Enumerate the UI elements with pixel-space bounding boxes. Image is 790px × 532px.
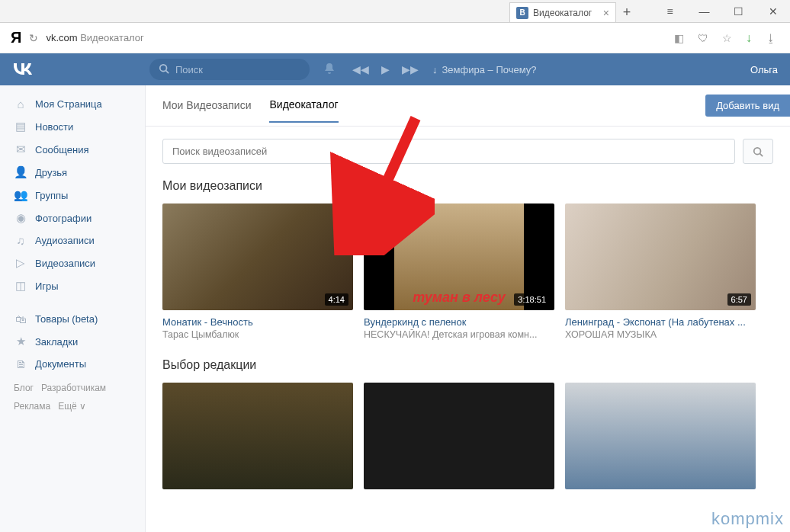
play-icon[interactable]: ▶ [378,63,393,75]
address-bar: Я ↻ vk.com Видеокаталог ◧ 🛡 ☆ ↓ ⭳ [0,23,790,53]
document-icon: 🗎 [14,357,27,370]
sidebar-item-games[interactable]: ◫Игры [6,274,139,297]
sidebar-item-label: Аудиозаписи [35,235,95,246]
video-thumbnail [162,383,353,489]
download-icon[interactable]: ↓ [743,31,755,45]
sidebar-item-label: Игры [35,280,59,292]
music-icon: ♫ [14,234,27,247]
footer-link-more[interactable]: Ещё ∨ [58,401,86,412]
svg-line-1 [166,70,169,73]
bookmark-icon: ★ [14,335,27,348]
sidebar-item-friends[interactable]: 👤Друзья [6,161,139,184]
close-tab-icon[interactable]: × [603,7,609,19]
sidebar-item-label: Документы [35,358,86,370]
shield-icon[interactable]: 🛡 [695,32,711,44]
video-card[interactable] [565,383,756,489]
sidebar-item-label: Видеозаписи [35,258,95,269]
sidebar-item-messages[interactable]: ✉Сообщения [6,138,139,161]
sidebar-item-groups[interactable]: 👥Группы [6,184,139,207]
browser-tab[interactable]: В Видеокаталог × [509,2,616,22]
sidebar-item-goods[interactable]: 🛍Товары (beta) [6,308,139,330]
search-icon [159,63,169,76]
sidebar-item-label: Новости [35,121,73,133]
video-card[interactable]: туман в лесу 3:18:51 Вундеркинд с пелено… [364,204,554,340]
window-close-button[interactable]: ✕ [756,1,790,22]
downloads-list-icon[interactable]: ⭳ [763,32,779,44]
sidebar-item-label: Фотографии [35,213,92,224]
sidebar-item-audio[interactable]: ♫Аудиозаписи [6,229,139,252]
video-grid: 4:14 Монатик - Вечность Тарас Цымбалюк т… [162,204,773,340]
now-playing-title: Земфира – Почему? [442,64,537,75]
games-icon: ◫ [14,279,27,293]
window-maximize-button[interactable]: ☐ [721,1,756,22]
section-editor-choice-title: Выбор редакции [162,358,773,372]
video-thumbnail [565,383,756,489]
sidebar-item-video[interactable]: ▷Видеозаписи [6,252,139,274]
camera-icon: ◉ [14,211,27,225]
video-card[interactable] [364,383,554,489]
sidebar-item-label: Друзья [35,167,67,178]
url-domain: vk.com [46,32,77,43]
video-thumbnail: туман в лесу 3:18:51 [364,204,554,310]
sidebar-item-bookmarks[interactable]: ★Закладки [6,330,139,353]
download-track-icon[interactable]: ↓ [432,64,438,75]
home-icon: ⌂ [14,98,27,111]
media-controls: ◀◀ ▶ ▶▶ [349,63,422,75]
content: Мои Видеозаписи Видеокаталог Добавить ви… [145,85,790,532]
sidebar-item-photos[interactable]: ◉Фотографии [6,207,139,229]
thumb-caption: туман в лесу [394,290,524,310]
footer-link-ads[interactable]: Реклама [14,401,50,412]
sidebar-item-label: Закладки [35,336,78,348]
url-path: Видеокаталог [80,32,144,43]
video-duration: 6:57 [727,293,751,306]
video-title: Ленинград - Экспонат (На лабутенах ... [565,316,756,328]
messages-icon: ✉ [14,143,27,156]
reload-icon[interactable]: ↻ [29,32,38,44]
video-card[interactable] [162,383,353,489]
notifications-icon[interactable] [320,62,339,77]
new-tab-button[interactable]: + [616,2,637,22]
video-card[interactable]: 4:14 Монатик - Вечность Тарас Цымбалюк [162,204,353,340]
groups-icon: 👥 [14,188,27,202]
sidebar-item-documents[interactable]: 🗎Документы [6,353,139,375]
video-author: ХОРОШАЯ МУЗЫКА [565,329,756,340]
window-history-button[interactable]: ≡ [653,1,687,22]
url-display[interactable]: vk.com Видеокаталог [46,32,143,43]
sidebar: ⌂Моя Страница ▤Новости ✉Сообщения 👤Друзь… [0,85,145,532]
sidebar-item-my-page[interactable]: ⌂Моя Страница [6,93,139,115]
watermark: kompmix [711,509,784,529]
section-my-videos-title: Мои видеозаписи [162,179,773,193]
vk-favicon: В [516,7,528,19]
footer-link-developers[interactable]: Разработчикам [41,383,106,393]
svg-point-2 [754,147,761,154]
yandex-logo[interactable]: Я [11,29,21,46]
search-icon [753,146,763,157]
sidebar-item-label: Моя Страница [35,98,102,110]
vk-logo[interactable] [12,59,139,79]
user-name[interactable]: Ольга [750,64,778,75]
add-video-button[interactable]: Добавить вид [705,95,790,117]
footer-link-blog[interactable]: Блог [14,383,34,393]
video-search-button[interactable] [743,139,773,164]
bookmark-star-icon[interactable]: ☆ [719,32,735,44]
reader-icon[interactable]: ◧ [671,32,687,44]
sidebar-item-label: Товары (beta) [35,313,98,325]
video-thumbnail: 4:14 [162,204,353,310]
vk-search[interactable]: Поиск [149,59,310,80]
prev-track-icon[interactable]: ◀◀ [349,63,372,75]
now-playing[interactable]: ↓ Земфира – Почему? [432,64,537,75]
search-placeholder: Поиск [175,64,203,75]
video-card[interactable]: 6:57 Ленинград - Экспонат (На лабутенах … [565,204,756,340]
sidebar-item-news[interactable]: ▤Новости [6,115,139,138]
sidebar-footer: Блог Разработчикам Реклама Ещё ∨ [6,375,139,419]
video-duration: 3:18:51 [514,293,550,306]
next-track-icon[interactable]: ▶▶ [399,63,422,75]
svg-line-3 [760,153,763,156]
tab-my-videos[interactable]: Мои Видеозаписи [162,99,251,122]
window-minimize-button[interactable]: — [687,1,721,22]
news-icon: ▤ [14,120,27,133]
video-thumbnail: 6:57 [565,204,756,310]
video-search-input[interactable] [162,139,735,164]
tab-video-catalog[interactable]: Видеокаталог [269,98,338,123]
video-icon: ▷ [14,256,27,270]
